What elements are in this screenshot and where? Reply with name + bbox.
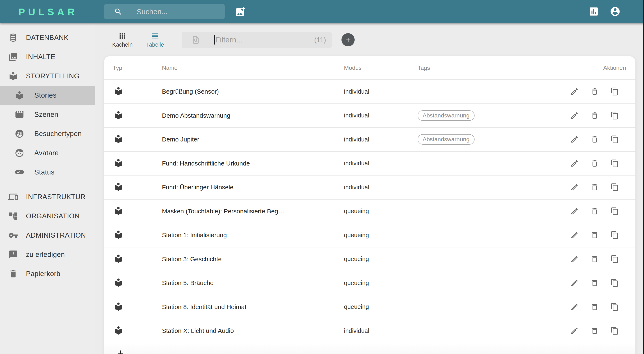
duplicate-button[interactable] — [608, 300, 622, 314]
edit-button[interactable] — [568, 204, 582, 218]
add-media-icon — [234, 6, 246, 17]
search-icon — [114, 7, 122, 16]
story-type-icon — [114, 302, 123, 311]
database-icon — [8, 33, 18, 42]
sidebar-item-organisation[interactable]: ORGANISATION — [0, 206, 95, 226]
sidebar-item-datenbank[interactable]: DATENBANK — [0, 28, 95, 47]
document-search-icon — [191, 35, 200, 44]
table-row[interactable]: Demo Jupiter individual Abstandswarnung — [104, 128, 636, 152]
story-mode: queueing — [344, 256, 418, 262]
delete-button[interactable] — [588, 85, 602, 98]
table-row[interactable]: Station 3: Geschichte queueing — [104, 247, 636, 271]
edit-button[interactable] — [568, 133, 582, 146]
table-row[interactable]: Station 1: Initialisierung queueing — [104, 223, 636, 247]
delete-button[interactable] — [588, 109, 602, 123]
duplicate-button[interactable] — [608, 180, 622, 194]
edit-button[interactable] — [568, 180, 582, 194]
story-mode: queueing — [344, 280, 418, 287]
story-type-icon — [114, 206, 123, 216]
list-icon — [151, 32, 159, 40]
status-check-icon — [15, 167, 24, 177]
edit-button[interactable] — [568, 252, 582, 266]
story-name: Station 8: Identität und Heimat — [162, 303, 344, 311]
toolbar: Kacheln Tabelle (11) — [95, 23, 644, 56]
sidebar-item-status[interactable]: Status — [0, 163, 95, 182]
duplicate-button[interactable] — [608, 228, 622, 242]
edit-button[interactable] — [568, 85, 582, 98]
duplicate-button[interactable] — [608, 157, 622, 170]
story-mode: individual — [344, 136, 418, 143]
delete-button[interactable] — [588, 276, 602, 290]
table-row[interactable]: Station 8: Identität und Heimat queueing — [104, 295, 636, 319]
search-input[interactable] — [137, 7, 220, 16]
add-filter-button[interactable] — [342, 33, 355, 46]
table-row[interactable]: Station 5: Bräuche queueing — [104, 271, 636, 295]
edit-button[interactable] — [568, 324, 582, 338]
duplicate-button[interactable] — [608, 324, 622, 338]
sidebar-item-administration[interactable]: ADMINISTRATION — [0, 226, 95, 245]
story-name: Fund: Überlinger Hänsele — [162, 184, 344, 191]
story-name: Station 3: Geschichte — [162, 256, 344, 263]
sidebar-item-stories[interactable]: Stories — [0, 86, 95, 105]
delete-button[interactable] — [588, 300, 602, 314]
story-mode: queueing — [344, 232, 418, 239]
delete-button[interactable] — [588, 324, 602, 338]
account-button[interactable] — [609, 6, 621, 17]
duplicate-button[interactable] — [608, 109, 622, 123]
sidebar-item-inhalte[interactable]: INHALTE — [0, 47, 95, 66]
duplicate-button[interactable] — [608, 133, 622, 146]
sidebar-item-infrastruktur[interactable]: INFRASTRUKTUR — [0, 187, 95, 206]
sidebar-nav: DATENBANK INHALTE STORYTELLING Stories S… — [0, 23, 95, 354]
tag-pill: Abstandswarnung — [418, 134, 474, 145]
sidebar-item-storytelling[interactable]: STORYTELLING — [0, 66, 95, 86]
scenes-icon — [15, 110, 24, 119]
duplicate-button[interactable] — [608, 204, 622, 218]
story-name: Station 1: Initialisierung — [162, 231, 344, 239]
delete-button[interactable] — [588, 228, 602, 242]
delete-button[interactable] — [588, 204, 602, 218]
app-header: PULSAR — [0, 0, 644, 23]
edit-button[interactable] — [568, 300, 582, 314]
delete-button[interactable] — [588, 157, 602, 170]
table-row[interactable]: Fund: Handschriftliche Urkunde individua… — [104, 152, 636, 176]
filter-count: (11) — [314, 36, 326, 44]
text-caret — [214, 35, 215, 44]
column-aktionen: Aktionen — [554, 65, 636, 71]
analytics-button[interactable] — [588, 6, 600, 17]
table-row[interactable]: Masken (Touchtable): Personalisierte Beg… — [104, 199, 636, 224]
edit-button[interactable] — [568, 157, 582, 170]
filter-field[interactable]: (11) — [182, 32, 332, 48]
duplicate-button[interactable] — [608, 276, 622, 290]
sidebar-item-avatare[interactable]: Avatare — [0, 143, 95, 163]
delete-button[interactable] — [588, 252, 602, 266]
sidebar-item-szenen[interactable]: Szenen — [0, 105, 95, 124]
delete-button[interactable] — [588, 180, 602, 194]
global-search[interactable] — [104, 4, 225, 19]
right-scrollbar[interactable] — [643, 0, 644, 354]
add-media-button[interactable] — [234, 6, 246, 18]
analytics-icon — [588, 6, 599, 17]
edit-button[interactable] — [568, 109, 582, 123]
table-row[interactable]: Station X: Licht und Audio individual — [104, 319, 636, 343]
view-table-button[interactable]: Tabelle — [144, 32, 166, 48]
edit-button[interactable] — [568, 276, 582, 290]
table-row[interactable]: Fund: Überlinger Hänsele individual — [104, 176, 636, 199]
duplicate-button[interactable] — [608, 85, 622, 98]
edit-button[interactable] — [568, 228, 582, 242]
organisation-icon — [8, 211, 18, 221]
sidebar-item-zu-erledigen[interactable]: zu erledigen — [0, 245, 95, 264]
delete-button[interactable] — [588, 133, 602, 146]
table-row[interactable]: Demo Abstandswarnung individual Abstands… — [104, 104, 636, 128]
sidebar-item-papierkorb[interactable]: Papierkorb — [0, 264, 95, 283]
avatar-face-icon — [15, 148, 24, 158]
story-name: Fund: Handschriftliche Urkunde — [162, 160, 344, 167]
sidebar-item-besuchertypen[interactable]: Besuchertypen — [0, 124, 95, 143]
view-tiles-button[interactable]: Kacheln — [111, 32, 134, 48]
add-story-button[interactable] — [116, 349, 125, 354]
table-row[interactable]: Begrüßung (Sensor) individual — [104, 80, 636, 104]
filter-input[interactable] — [215, 35, 295, 44]
view-tiles-label: Kacheln — [112, 42, 133, 48]
todo-icon — [8, 250, 18, 259]
infrastructure-icon — [8, 192, 18, 202]
duplicate-button[interactable] — [608, 252, 622, 266]
